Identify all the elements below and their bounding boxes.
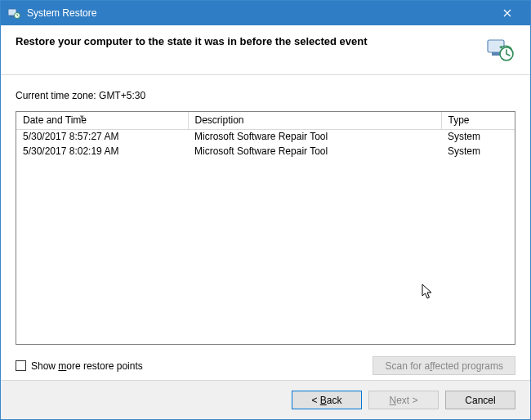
cell-desc: Microsoft Software Repair Tool <box>188 144 441 159</box>
cancel-button[interactable]: Cancel <box>445 391 515 409</box>
sort-desc-icon: ▾ <box>80 113 84 121</box>
scan-affected-button[interactable]: Scan for affected programs <box>373 356 515 375</box>
table-body: 5/30/2017 8:57:27 AM Microsoft Software … <box>16 129 515 291</box>
col-date[interactable]: Date and Time ▾ <box>16 112 188 129</box>
show-more-label: Show more restore points <box>31 360 143 372</box>
cell-date: 5/30/2017 8:02:19 AM <box>16 144 188 159</box>
system-restore-hero-icon <box>486 35 514 63</box>
col-description[interactable]: Description <box>188 112 441 129</box>
cell-type: System <box>441 144 515 159</box>
below-table-row: Show more restore points Scan for affect… <box>16 356 515 375</box>
col-type[interactable]: Type <box>441 112 515 129</box>
back-button[interactable]: < Back <box>292 391 362 409</box>
cell-type: System <box>441 129 515 144</box>
show-more-checkbox[interactable]: Show more restore points <box>16 360 143 372</box>
cell-desc: Microsoft Software Repair Tool <box>188 129 441 144</box>
svg-rect-4 <box>492 52 500 56</box>
cell-date: 5/30/2017 8:57:27 AM <box>16 129 188 144</box>
system-restore-app-icon <box>7 7 20 20</box>
system-restore-window: System Restore Restore your computer to … <box>0 0 531 420</box>
close-button[interactable] <box>489 1 525 25</box>
next-button[interactable]: Next > <box>368 391 439 409</box>
table-row[interactable]: 5/30/2017 8:57:27 AM Microsoft Software … <box>16 129 515 144</box>
titlebar: System Restore <box>1 1 530 25</box>
wizard-body: Current time zone: GMT+5:30 Date and Tim… <box>1 75 530 380</box>
table-header-row: Date and Time ▾ Description Type <box>16 112 515 129</box>
wizard-footer: < Back Next > Cancel <box>1 380 530 419</box>
restore-points-table[interactable]: Date and Time ▾ Description Type 5/30/20… <box>16 111 515 345</box>
checkbox-box <box>16 360 26 371</box>
timezone-label: Current time zone: GMT+5:30 <box>16 90 515 101</box>
window-title: System Restore <box>27 7 489 19</box>
table-row[interactable]: 5/30/2017 8:02:19 AM Microsoft Software … <box>16 144 515 159</box>
wizard-header: Restore your computer to the state it wa… <box>1 25 530 75</box>
page-title: Restore your computer to the state it wa… <box>16 35 486 47</box>
